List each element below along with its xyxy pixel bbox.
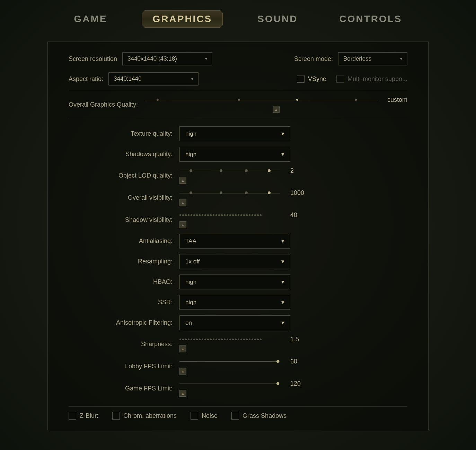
noise-checkbox[interactable] (191, 412, 198, 420)
sdot (196, 214, 198, 216)
lod-thumb[interactable] (268, 169, 271, 172)
resampling-value: 1x off (185, 258, 200, 265)
object-lod-track (179, 171, 280, 171)
lod-dot-3 (245, 169, 248, 172)
resolution-value: 3440x1440 (43:18) (127, 55, 177, 62)
second-settings-row: Aspect ratio: 3440:1440 ▾ VSync Multi-mo… (69, 72, 407, 86)
main-container: GAME GRAPHICS SOUND CONTROLS Screen reso… (0, 0, 476, 450)
sdot (254, 214, 256, 216)
chrom-checkbox[interactable] (112, 412, 120, 420)
hbao-label: HBAO: (69, 278, 179, 286)
lod-dot-1 (189, 169, 192, 172)
antialiasing-value: TAA (185, 238, 196, 245)
row-antialiasing: Antialiasing: TAA ▾ (69, 231, 407, 251)
ssr-label: SSR: (69, 299, 179, 306)
sharpness-dotted-track (179, 339, 280, 340)
game-fps-thumb[interactable] (276, 382, 279, 385)
anisotropic-dropdown[interactable]: on ▾ (179, 315, 290, 330)
sharpness-up-arrow[interactable]: ▲ (179, 345, 186, 352)
vsync-multimonitor-group: VSync Multi-monitor suppo... (297, 75, 407, 83)
visibility-track (179, 193, 280, 194)
tab-sound[interactable]: SOUND (250, 11, 305, 27)
antialiasing-dropdown[interactable]: TAA ▾ (179, 234, 290, 249)
hbao-value: high (185, 279, 196, 286)
ssr-dropdown[interactable]: high ▾ (179, 295, 290, 310)
aspectratio-dropdown-arrow: ▾ (191, 76, 193, 81)
texture-quality-value: high (185, 130, 196, 137)
screenmode-label: Screen mode: (294, 55, 333, 63)
sdot (257, 214, 259, 216)
vis-thumb[interactable] (268, 191, 271, 194)
game-fps-up-btn[interactable]: ▲ (179, 389, 308, 397)
object-lod-slider-row: 2 (179, 167, 308, 174)
game-fps-up-arrow[interactable]: ▲ (179, 390, 186, 397)
track-dot-thumb[interactable] (296, 99, 298, 101)
overall-quality-label: Overall Graphics Quality: (69, 101, 138, 108)
tab-controls[interactable]: CONTROLS (332, 11, 409, 27)
shadows-quality-dropdown[interactable]: high ▾ (179, 147, 290, 162)
tab-graphics[interactable]: GRAPHICS (142, 10, 223, 28)
multimonitor-group: Multi-monitor suppo... (336, 75, 407, 83)
aspectratio-dropdown[interactable]: 3440:1440 ▾ (108, 72, 199, 86)
object-lod-up-btn[interactable]: ▲ (179, 176, 308, 184)
antialiasing-arrow: ▾ (281, 237, 284, 245)
object-lod-label: Object LOD quality: (69, 172, 179, 179)
grass-shadows-label: Grass Shadows (243, 412, 287, 420)
ssr-control: high ▾ (179, 295, 407, 310)
vis-up-arrow[interactable]: ▲ (179, 199, 186, 206)
grass-shadows-checkbox[interactable] (231, 412, 239, 420)
multimonitor-checkbox[interactable] (336, 75, 344, 83)
aspectratio-label: Aspect ratio: (69, 75, 103, 83)
quality-up-arrow[interactable]: ▲ (273, 106, 280, 113)
hbao-arrow: ▾ (281, 278, 284, 286)
texture-quality-label: Texture quality: (69, 130, 179, 137)
screenmode-dropdown[interactable]: Borderless ▾ (338, 52, 407, 65)
sharpness-up-btn[interactable]: ▲ (179, 344, 308, 352)
shp-dot (240, 339, 242, 340)
shadows-quality-arrow: ▾ (281, 151, 284, 158)
row-hbao: HBAO: high ▾ (69, 272, 407, 292)
overall-quality-value: custom (380, 96, 407, 104)
track-dot-1 (157, 99, 159, 101)
game-fps-track (179, 384, 280, 384)
shadows-quality-value: high (185, 151, 196, 158)
row-shadows-quality: Shadows quality: high ▾ (69, 144, 407, 164)
anisotropic-arrow: ▾ (281, 319, 284, 326)
sdot (218, 214, 220, 216)
lobby-fps-up-arrow[interactable]: ▲ (179, 368, 186, 375)
nav-tabs: GAME GRAPHICS SOUND CONTROLS (14, 10, 462, 28)
resolution-dropdown[interactable]: 3440x1440 (43:18) ▾ (122, 52, 212, 65)
texture-quality-dropdown[interactable]: high ▾ (179, 126, 290, 141)
multimonitor-label: Multi-monitor suppo... (347, 75, 407, 83)
shp-dot (257, 339, 259, 340)
sdot (232, 214, 234, 216)
lobby-fps-slider-wrap: 60 ▲ (179, 358, 308, 375)
track-dot-2 (238, 99, 240, 101)
tab-game[interactable]: GAME (67, 11, 114, 27)
shp-dot (196, 339, 198, 340)
resolution-label: Screen resolution (69, 55, 117, 63)
sdot (238, 214, 239, 216)
shp-dot (229, 339, 231, 340)
ssr-value: high (185, 299, 196, 306)
shp-dot (232, 339, 234, 340)
resampling-dropdown[interactable]: 1x off ▾ (179, 254, 290, 269)
lobby-fps-track (179, 361, 280, 362)
lobby-fps-thumb[interactable] (276, 360, 279, 363)
lobby-fps-up-btn[interactable]: ▲ (179, 367, 308, 375)
shadow-visibility-up-btn[interactable]: ▲ (179, 220, 308, 228)
shp-dot (249, 339, 250, 340)
vsync-checkbox[interactable] (297, 75, 305, 83)
lod-up-arrow[interactable]: ▲ (179, 177, 186, 184)
separator-2 (69, 118, 407, 118)
shp-dot (235, 339, 237, 340)
shadow-vis-up-arrow[interactable]: ▲ (179, 221, 186, 228)
overall-quality-up-btn[interactable]: ▲ (273, 105, 280, 113)
noise-label: Noise (202, 412, 218, 420)
lobby-fps-value: 60 (290, 358, 308, 365)
row-game-fps: Game FPS Limit: 120 ▲ (69, 377, 407, 399)
texture-quality-arrow: ▾ (281, 130, 284, 137)
visibility-up-btn[interactable]: ▲ (179, 198, 308, 206)
hbao-dropdown[interactable]: high ▾ (179, 274, 290, 289)
zblur-checkbox[interactable] (69, 412, 76, 420)
